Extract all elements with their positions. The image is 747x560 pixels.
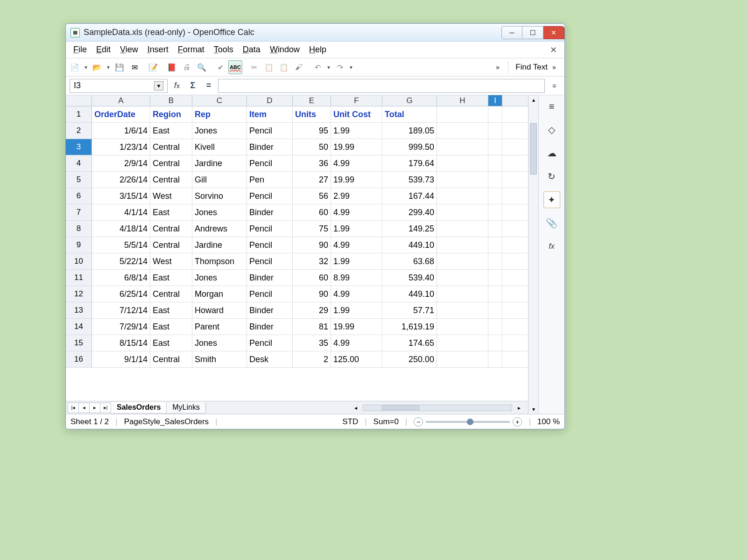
cell[interactable]: 19.99 [331,319,382,335]
cell[interactable]: 5/22/14 [92,253,150,269]
cell[interactable]: West [150,253,192,269]
menu-view[interactable]: View [115,43,143,56]
row-header[interactable]: 8 [66,221,92,237]
table-row[interactable]: 105/22/14WestThompsonPencil321.9963.68 [66,253,528,270]
cell[interactable]: 2/26/14 [92,172,150,188]
col-header-D[interactable]: D [247,95,293,106]
cell[interactable] [488,221,502,237]
cell[interactable]: 1.99 [331,123,382,139]
table-row[interactable]: 169/1/14CentralSmithDesk2125.00250.00 [66,351,528,368]
col-header-E[interactable]: E [293,95,331,106]
cell[interactable]: Jones [192,270,247,286]
cell[interactable]: 4/18/14 [92,221,150,237]
header-cell[interactable]: OrderDate [92,106,150,122]
row-header[interactable]: 10 [66,253,92,269]
header-cell[interactable] [488,106,502,122]
cell[interactable]: 35 [293,335,331,351]
cell[interactable]: Gill [192,172,247,188]
table-row[interactable]: 42/9/14CentralJardinePencil364.99179.64 [66,155,528,172]
table-row[interactable]: 74/1/14EastJonesBinder604.99299.40 [66,204,528,221]
titlebar[interactable]: ▦ SampleData.xls (read-only) - OpenOffic… [66,24,564,42]
cell[interactable] [488,155,502,171]
header-cell[interactable]: Region [150,106,192,122]
maximize-button[interactable]: ☐ [522,26,543,39]
col-header-G[interactable]: G [382,95,437,106]
cell[interactable]: 90 [293,286,331,302]
table-row[interactable]: 84/18/14CentralAndrewsPencil751.99149.25 [66,221,528,237]
find-overflow-icon[interactable]: » [552,63,563,71]
redo-icon-dropdown[interactable]: ▼ [348,65,354,70]
cell[interactable]: 81 [293,319,331,335]
cell[interactable]: Howard [192,302,247,318]
zoom-in-icon[interactable]: + [513,417,522,427]
cell[interactable] [488,172,502,188]
cell[interactable]: 32 [293,253,331,269]
cell[interactable]: Pencil [247,335,293,351]
close-button[interactable]: ✕ [543,26,564,39]
cell[interactable]: Binder [247,139,293,155]
menu-help[interactable]: Help [304,43,331,56]
cell[interactable]: 60 [293,270,331,286]
cell[interactable]: Jones [192,123,247,139]
cell[interactable]: 8/15/14 [92,335,150,351]
cell[interactable]: 56 [293,188,331,204]
row-header[interactable]: 1 [66,106,92,122]
row-header[interactable]: 15 [66,335,92,351]
table-row[interactable]: 126/25/14CentralMorganPencil904.99449.10 [66,286,528,302]
cell[interactable]: Central [150,221,192,237]
cell[interactable] [488,237,502,253]
menu-edit[interactable]: Edit [92,43,115,56]
header-cell[interactable]: Unit Cost [331,106,382,122]
row-header[interactable]: 13 [66,302,92,318]
cell[interactable]: 449.10 [382,286,437,302]
cell[interactable]: 7/29/14 [92,319,150,335]
cell[interactable]: Binder [247,204,293,220]
cell[interactable]: 6/25/14 [92,286,150,302]
cell[interactable] [488,204,502,220]
cell[interactable]: East [150,204,192,220]
cell[interactable]: 50 [293,139,331,155]
cell[interactable]: Pencil [247,123,293,139]
undo-icon[interactable]: ↶ [310,60,324,74]
cell[interactable]: 1/23/14 [92,139,150,155]
cell[interactable]: 7/12/14 [92,302,150,318]
header-row[interactable]: 1OrderDateRegionRepItemUnitsUnit CostTot… [66,106,528,123]
cell[interactable]: 9/1/14 [92,351,150,367]
spreadsheet-grid[interactable]: 1OrderDateRegionRepItemUnitsUnit CostTot… [66,106,528,401]
cell[interactable]: Central [150,139,192,155]
row-header[interactable]: 16 [66,351,92,367]
cell[interactable]: 4.99 [331,237,382,253]
cell[interactable]: Binder [247,270,293,286]
table-row[interactable]: 137/12/14EastHowardBinder291.9957.71 [66,302,528,319]
cell[interactable]: 299.40 [382,204,437,220]
cell[interactable]: Central [150,237,192,253]
cell[interactable]: East [150,319,192,335]
cell[interactable] [437,237,488,253]
pdf-icon[interactable]: 📕 [165,60,179,74]
email-icon[interactable]: ✉ [127,60,141,74]
find-text-label[interactable]: Find Text [513,63,550,72]
sheet-tab-salesorders[interactable]: SalesOrders [111,402,167,413]
hscroll-left-icon[interactable]: ◂ [351,405,361,411]
col-header-C[interactable]: C [192,95,247,106]
toolbar-overflow-icon[interactable]: » [496,63,506,71]
edit-icon[interactable]: 📝 [146,60,160,74]
new-icon-dropdown[interactable]: ▼ [83,65,89,70]
cell[interactable] [437,139,488,155]
vscroll-down-icon[interactable]: ▾ [529,405,538,414]
cell[interactable]: 1.99 [331,302,382,318]
vertical-scrollbar[interactable]: ▴ ▾ [528,95,538,414]
menu-insert[interactable]: Insert [143,43,173,56]
cell[interactable]: 90 [293,237,331,253]
zoom-slider[interactable]: − + [414,417,522,427]
cell[interactable] [437,204,488,220]
cell[interactable]: 8.99 [331,270,382,286]
zoom-out-icon[interactable]: − [414,417,423,427]
cell[interactable] [437,253,488,269]
cell[interactable]: 2 [293,351,331,367]
status-page-style[interactable]: PageStyle_SalesOrders [124,417,209,427]
cell[interactable]: Central [150,155,192,171]
cell[interactable]: Jones [192,335,247,351]
cell[interactable]: 2.99 [331,188,382,204]
undo-icon-dropdown[interactable]: ▼ [325,65,332,70]
